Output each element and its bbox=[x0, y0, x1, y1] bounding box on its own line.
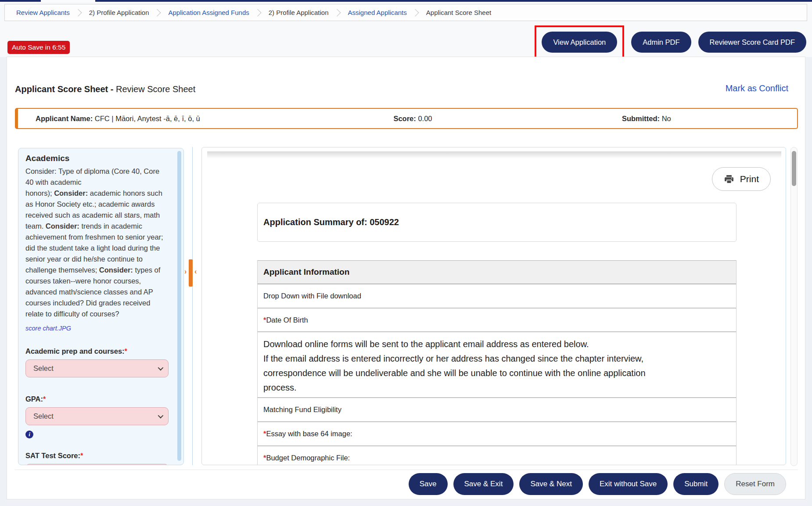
academic-prep-select[interactable]: Select bbox=[25, 359, 169, 377]
notice-line: process. bbox=[263, 383, 297, 392]
score-chart-link[interactable]: score chart.JPG bbox=[25, 325, 71, 332]
academics-panel-scrollbar[interactable] bbox=[177, 151, 181, 461]
summary-scrollbar-track[interactable] bbox=[790, 147, 798, 466]
summary-scrollbar-thumb[interactable] bbox=[792, 151, 796, 186]
required-asterisk: * bbox=[43, 395, 46, 403]
mark-as-conflict-link[interactable]: Mark as Conflict bbox=[726, 83, 788, 93]
row-text: Essay with base 64 image: bbox=[266, 430, 352, 438]
field-label-text: Academic prep and courses: bbox=[25, 347, 125, 355]
chevron-right-icon bbox=[74, 9, 82, 16]
applicant-name-value: CFC | Māori, Anytest -ā, ē, ī, ō, ū bbox=[93, 115, 200, 122]
field-label: GPA:* bbox=[25, 395, 168, 403]
notice-line: Download online forms will be sent to th… bbox=[263, 339, 589, 349]
view-application-highlight-box: View Application bbox=[535, 25, 624, 59]
footer-actions: Save Save & Exit Save & Next Exit withou… bbox=[409, 473, 786, 495]
required-asterisk: * bbox=[125, 347, 127, 355]
save-and-next-button[interactable]: Save & Next bbox=[519, 473, 583, 495]
applicant-score: Score: 0.00 bbox=[393, 115, 622, 123]
panel-resize-handle[interactable] bbox=[189, 259, 193, 287]
description-segment: Consider: bbox=[99, 266, 133, 274]
top-accent-bar-gap bbox=[41, 0, 95, 2]
sat-score-select[interactable]: Select bbox=[25, 464, 169, 465]
chevron-right-icon bbox=[254, 9, 261, 16]
description-segment: Consider: Type of diploma (Core 40, Core… bbox=[25, 167, 159, 186]
print-label: Print bbox=[740, 174, 759, 184]
top-accent-bar bbox=[0, 0, 812, 2]
document-top-shadow bbox=[207, 151, 781, 158]
field-label: Academic prep and courses:* bbox=[25, 347, 168, 355]
notice-line: correspondence will be undeliverable and… bbox=[263, 368, 646, 378]
application-summary-title: Application Summary of: 050922 bbox=[263, 217, 399, 227]
application-summary-panel: Print Application Summary of: 050922 App… bbox=[201, 147, 786, 465]
autosave-badge: Auto Save in 6:55 bbox=[7, 41, 70, 54]
applicant-name-label: Applicant Name: bbox=[36, 115, 93, 122]
applicant-score-value: 0.00 bbox=[416, 115, 432, 122]
academics-description: Consider: Type of diploma (Core 40, Core… bbox=[25, 166, 168, 319]
table-row: Drop Down with File download bbox=[258, 284, 736, 309]
save-and-exit-button[interactable]: Save & Exit bbox=[453, 473, 514, 495]
gpa-select[interactable]: Select bbox=[25, 407, 169, 425]
printer-icon bbox=[724, 174, 734, 184]
chevron-down-icon bbox=[158, 413, 164, 419]
select-placeholder: Select bbox=[33, 412, 54, 420]
select-placeholder: Select bbox=[33, 364, 54, 373]
breadcrumb-item-application-assigned-funds[interactable]: Application Assigned Funds bbox=[168, 9, 249, 16]
academics-heading: Academics bbox=[25, 154, 168, 163]
chevron-right-icon bbox=[333, 9, 341, 16]
row-text: Matching Fund Eligibility bbox=[263, 406, 341, 414]
applicant-score-label: Score: bbox=[393, 115, 416, 122]
chevron-left-icon: ‹ bbox=[194, 268, 197, 275]
table-row: *Essay with base 64 image: bbox=[258, 422, 736, 446]
admin-pdf-button[interactable]: Admin PDF bbox=[631, 32, 691, 53]
description-segment: Consider: bbox=[54, 189, 88, 197]
chevron-right-icon: › bbox=[184, 268, 187, 275]
notice-line: If the email address is entered incorrec… bbox=[263, 354, 643, 363]
breadcrumb-item-applicant-score-sheet: Applicant Score Sheet bbox=[426, 9, 491, 16]
applicant-info-bar: Applicant Name: CFC | Māori, Anytest -ā,… bbox=[15, 108, 798, 129]
table-header-label: Applicant Information bbox=[263, 267, 349, 277]
page-title-main: Applicant Score Sheet - bbox=[15, 84, 114, 94]
field-sat-score: SAT Test Score:* Select bbox=[25, 452, 168, 465]
chevron-down-icon bbox=[158, 365, 164, 371]
footer-divider bbox=[15, 470, 798, 470]
field-academic-prep: Academic prep and courses:* Select bbox=[25, 347, 168, 377]
submit-button[interactable]: Submit bbox=[673, 473, 719, 495]
breadcrumb-item-profile-application-1: 2) Profile Application bbox=[89, 9, 149, 16]
row-text: Budget Demographic File: bbox=[266, 454, 350, 462]
applicant-submitted-value: No bbox=[660, 115, 671, 122]
field-label-text: GPA: bbox=[25, 395, 43, 403]
table-row-notice: Download online forms will be sent to th… bbox=[258, 332, 736, 398]
page-title: Applicant Score Sheet - Review Score She… bbox=[15, 84, 195, 94]
table-row: Matching Fund Eligibility bbox=[258, 398, 736, 422]
field-label-text: SAT Test Score: bbox=[25, 452, 80, 459]
chevron-right-icon bbox=[411, 9, 419, 16]
row-text: Date Of Birth bbox=[266, 316, 308, 324]
exit-without-save-button[interactable]: Exit without Save bbox=[589, 473, 668, 495]
page-title-sub: Review Score Sheet bbox=[114, 84, 196, 94]
applicant-name: Applicant Name: CFC | Māori, Anytest -ā,… bbox=[36, 115, 393, 123]
info-icon[interactable]: i bbox=[25, 431, 33, 438]
reset-form-button[interactable]: Reset Form bbox=[724, 473, 786, 495]
table-row: *Budget Demographic File: bbox=[258, 446, 736, 465]
view-application-button[interactable]: View Application bbox=[542, 32, 617, 53]
required-asterisk: * bbox=[80, 452, 83, 459]
field-gpa: GPA:* Select bbox=[25, 395, 168, 425]
applicant-information-table: Applicant Information Drop Down with Fil… bbox=[257, 260, 737, 465]
score-sheet-card: Applicant Score Sheet - Review Score She… bbox=[7, 57, 805, 499]
academics-panel: Academics Consider: Type of diploma (Cor… bbox=[18, 148, 184, 465]
application-summary-title-box: Application Summary of: 050922 bbox=[257, 203, 737, 242]
applicant-submitted-label: Submitted: bbox=[622, 115, 660, 122]
reviewer-score-card-pdf-button[interactable]: Reviewer Score Card PDF bbox=[698, 32, 806, 53]
panel-divider bbox=[192, 147, 193, 465]
chevron-right-icon bbox=[154, 9, 161, 16]
applicant-submitted: Submitted: No bbox=[622, 115, 671, 123]
save-button[interactable]: Save bbox=[409, 473, 448, 495]
print-button[interactable]: Print bbox=[712, 167, 771, 191]
breadcrumb-item-assigned-applicants[interactable]: Assigned Applicants bbox=[348, 9, 407, 16]
row-text: Drop Down with File download bbox=[263, 292, 361, 300]
table-header: Applicant Information bbox=[258, 260, 736, 284]
header-actions: View Application Admin PDF Reviewer Scor… bbox=[535, 25, 806, 59]
field-label: SAT Test Score:* bbox=[25, 452, 168, 460]
breadcrumb: Review Applicants 2) Profile Application… bbox=[4, 4, 807, 21]
breadcrumb-item-review-applicants[interactable]: Review Applicants bbox=[16, 9, 70, 16]
